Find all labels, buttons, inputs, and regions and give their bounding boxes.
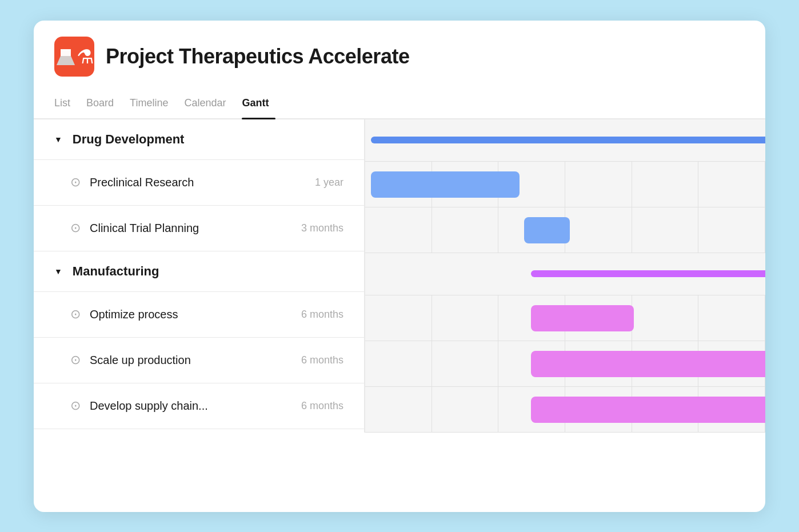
group-label-drug-dev: Drug Development	[73, 132, 185, 147]
gantt-left-panel: ▼ Drug Development ⊙ Preclinical Researc…	[34, 119, 365, 433]
check-circle-icon-2: ⊙	[70, 221, 81, 235]
gantt-row-clinical	[365, 207, 765, 253]
tab-timeline[interactable]: Timeline	[130, 93, 184, 118]
task-name-optimize: Optimize process	[90, 308, 271, 321]
chevron-down-icon: ▼	[54, 135, 62, 144]
task-row-supply[interactable]: ⊙ Develop supply chain... 6 months	[34, 383, 364, 429]
task-duration-supply: 6 months	[281, 400, 343, 412]
task-row-preclinical[interactable]: ⊙ Preclinical Research 1 year	[34, 160, 364, 206]
check-circle-icon-4: ⊙	[70, 353, 81, 367]
gantt-right-panel	[365, 119, 765, 433]
gantt-row-supply	[365, 387, 765, 433]
tabs-bar: List Board Timeline Calendar Gantt	[34, 82, 765, 119]
tab-board[interactable]: Board	[86, 93, 130, 118]
tab-gantt[interactable]: Gantt	[242, 93, 285, 118]
group-row-drug-dev[interactable]: ▼ Drug Development	[34, 119, 364, 160]
task-name-preclinical: Preclinical Research	[90, 176, 271, 189]
task-row-clinical[interactable]: ⊙ Clinical Trial Planning 3 months	[34, 206, 364, 251]
group-row-manufacturing[interactable]: ▼ Manufacturing	[34, 251, 364, 292]
tab-calendar[interactable]: Calendar	[184, 93, 242, 118]
main-card: ⚗ Project Therapeutics Accelerate List B…	[34, 21, 765, 512]
task-name-supply: Develop supply chain...	[90, 399, 271, 413]
task-name-clinical: Clinical Trial Planning	[90, 222, 271, 235]
group-label-manufacturing: Manufacturing	[73, 264, 159, 279]
gantt-rows	[365, 119, 765, 433]
bar-clinical	[524, 217, 570, 243]
project-title: Project Therapeutics Accelerate	[106, 45, 409, 69]
bar-manufacturing-group	[531, 270, 765, 277]
check-circle-icon-3: ⊙	[70, 307, 81, 322]
bar-supply	[531, 397, 765, 423]
task-duration-scale: 6 months	[281, 354, 343, 366]
bar-drug-dev-group	[371, 137, 765, 143]
flask-icon	[55, 46, 77, 67]
gantt-row-scale	[365, 341, 765, 387]
gantt-container: ▼ Drug Development ⊙ Preclinical Researc…	[34, 119, 765, 433]
task-row-scale[interactable]: ⊙ Scale up production 6 months	[34, 338, 364, 383]
gantt-row-preclinical	[365, 162, 765, 207]
task-duration-preclinical: 1 year	[281, 177, 343, 189]
bar-optimize	[531, 305, 634, 331]
logo-box: ⚗	[54, 37, 94, 77]
task-name-scale: Scale up production	[90, 354, 271, 367]
task-row-optimize[interactable]: ⊙ Optimize process 6 months	[34, 292, 364, 338]
flask-glyph: ⚗	[77, 45, 94, 68]
bar-preclinical	[371, 171, 520, 198]
tab-list[interactable]: List	[54, 93, 86, 118]
bar-scale	[531, 351, 765, 377]
task-duration-optimize: 6 months	[281, 309, 343, 321]
task-duration-clinical: 3 months	[281, 222, 343, 234]
gantt-row-optimize	[365, 295, 765, 341]
header: ⚗ Project Therapeutics Accelerate	[34, 21, 765, 77]
chevron-down-icon-2: ▼	[54, 267, 62, 276]
check-circle-icon: ⊙	[70, 175, 81, 190]
check-circle-icon-5: ⊙	[70, 398, 81, 413]
gantt-group-row-drug-dev	[365, 119, 765, 162]
gantt-group-row-manufacturing	[365, 253, 765, 295]
